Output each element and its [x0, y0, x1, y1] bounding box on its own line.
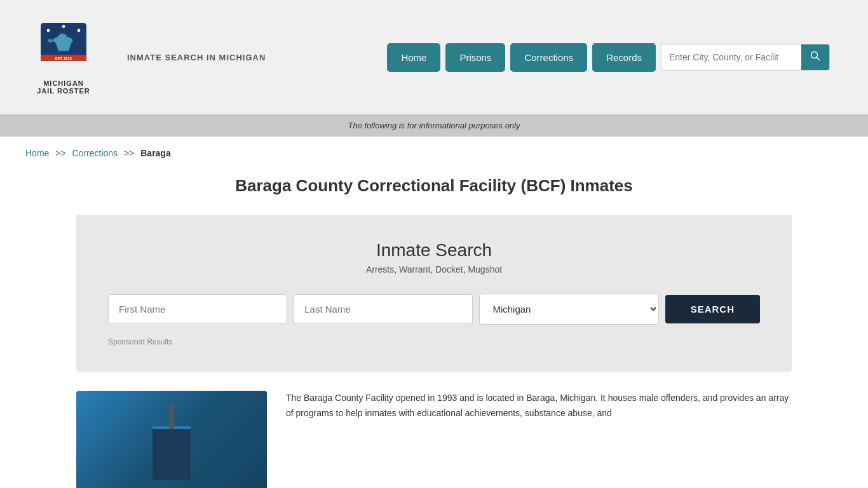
main-nav: Home Prisons Corrections Records: [387, 43, 830, 72]
site-title: INMATE SEARCH IN MICHIGAN: [127, 53, 266, 62]
svg-line-6: [817, 58, 820, 61]
svg-text:EST. 2010: EST. 2010: [55, 57, 72, 60]
facility-content: The Baraga County Facility opened in 199…: [0, 372, 868, 488]
search-button[interactable]: SEARCH: [665, 295, 760, 323]
last-name-input[interactable]: [294, 294, 473, 324]
nav-corrections-button[interactable]: Corrections: [510, 43, 587, 72]
svg-point-1: [62, 25, 65, 28]
logo-area: EST. 2010 MICHIGAN JAIL ROSTER: [25, 20, 102, 95]
header-search-bar: [661, 44, 830, 71]
breadcrumb-sep2: >>: [124, 148, 134, 158]
facility-image: [76, 391, 267, 488]
inmate-search-form: AlabamaAlaskaArizonaArkansasCaliforniaCo…: [108, 294, 760, 325]
inmate-search-heading: Inmate Search: [108, 240, 760, 261]
breadcrumb-corrections[interactable]: Corrections: [72, 148, 118, 158]
breadcrumb-sep1: >>: [55, 148, 65, 158]
nav-prisons-button[interactable]: Prisons: [445, 43, 505, 72]
sponsored-results-label: Sponsored Results: [108, 337, 760, 346]
logo-text: MICHIGAN JAIL ROSTER: [37, 79, 90, 95]
info-bar-text: The following is for informational purpo…: [348, 121, 520, 130]
svg-point-5: [811, 52, 818, 58]
state-select[interactable]: AlabamaAlaskaArizonaArkansasCaliforniaCo…: [479, 294, 658, 325]
inmate-search-section: Inmate Search Arrests, Warrant, Docket, …: [76, 215, 792, 372]
nav-records-button[interactable]: Records: [592, 43, 656, 72]
svg-point-0: [47, 29, 50, 32]
nav-home-button[interactable]: Home: [387, 43, 440, 72]
site-logo: EST. 2010: [38, 20, 89, 77]
inmate-search-subtitle: Arrests, Warrant, Docket, Mugshot: [108, 264, 760, 274]
facility-description: The Baraga County Facility opened in 199…: [286, 391, 792, 421]
page-title: Baraga County Correctional Facility (BCF…: [0, 170, 868, 215]
svg-point-2: [78, 29, 81, 32]
info-bar: The following is for informational purpo…: [0, 114, 868, 137]
site-header: EST. 2010 MICHIGAN JAIL ROSTER INMATE SE…: [0, 0, 868, 114]
breadcrumb-home[interactable]: Home: [25, 148, 49, 158]
breadcrumb: Home >> Corrections >> Baraga: [0, 137, 868, 170]
header-search-input[interactable]: [661, 46, 801, 69]
search-icon: [810, 51, 820, 61]
first-name-input[interactable]: [108, 294, 287, 324]
header-search-button[interactable]: [801, 44, 829, 70]
breadcrumb-current: Baraga: [140, 148, 170, 158]
